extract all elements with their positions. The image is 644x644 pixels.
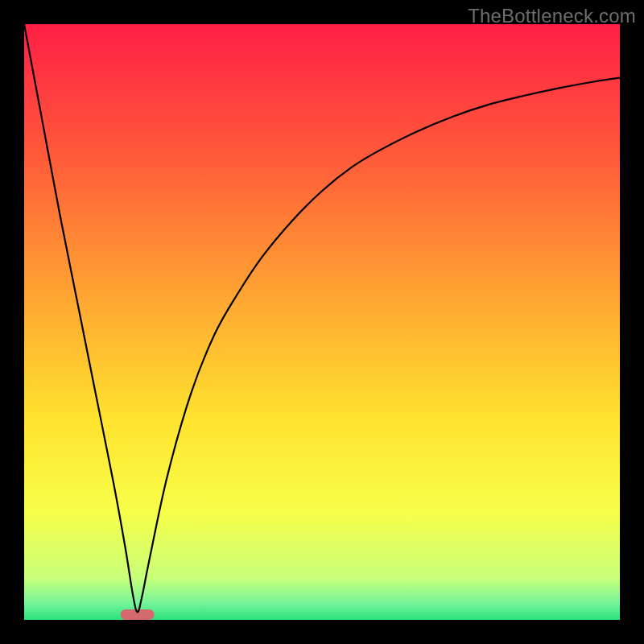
chart-svg [24, 24, 620, 620]
gradient-background [24, 24, 620, 620]
plot-area [24, 24, 620, 620]
svg-rect-0 [121, 609, 155, 620]
watermark-text: TheBottleneck.com [468, 5, 636, 27]
chart-frame: TheBottleneck.com [0, 0, 644, 644]
optimum-marker [121, 609, 155, 620]
